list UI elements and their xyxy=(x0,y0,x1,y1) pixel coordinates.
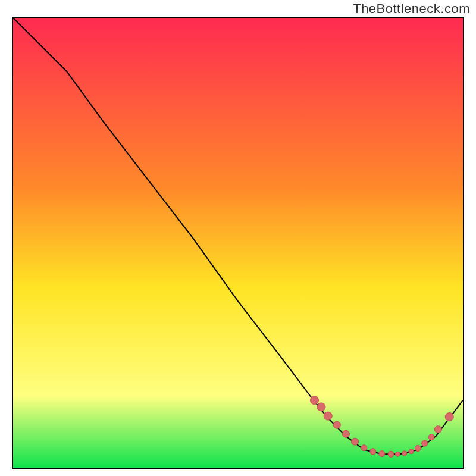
gradient-background xyxy=(13,18,463,468)
curve-marker xyxy=(395,452,400,456)
curve-marker xyxy=(379,451,385,457)
curve-marker xyxy=(352,438,359,445)
curve-marker xyxy=(333,421,340,428)
curve-marker xyxy=(415,446,421,452)
plot-area xyxy=(12,17,464,469)
curve-marker xyxy=(370,449,376,455)
curve-marker xyxy=(409,449,414,454)
chart-frame: TheBottleneck.com xyxy=(0,0,476,476)
curve-marker xyxy=(324,412,332,420)
bottleneck-chart xyxy=(13,18,463,468)
curve-marker xyxy=(361,445,367,451)
curve-marker xyxy=(422,440,428,446)
curve-marker xyxy=(311,396,319,405)
curve-marker xyxy=(402,451,407,456)
attribution-label: TheBottleneck.com xyxy=(353,1,470,17)
curve-marker xyxy=(342,430,349,437)
curve-marker xyxy=(445,413,453,421)
curve-marker xyxy=(317,403,325,411)
curve-marker xyxy=(434,426,441,433)
curve-marker xyxy=(388,451,394,457)
curve-marker xyxy=(428,434,434,440)
